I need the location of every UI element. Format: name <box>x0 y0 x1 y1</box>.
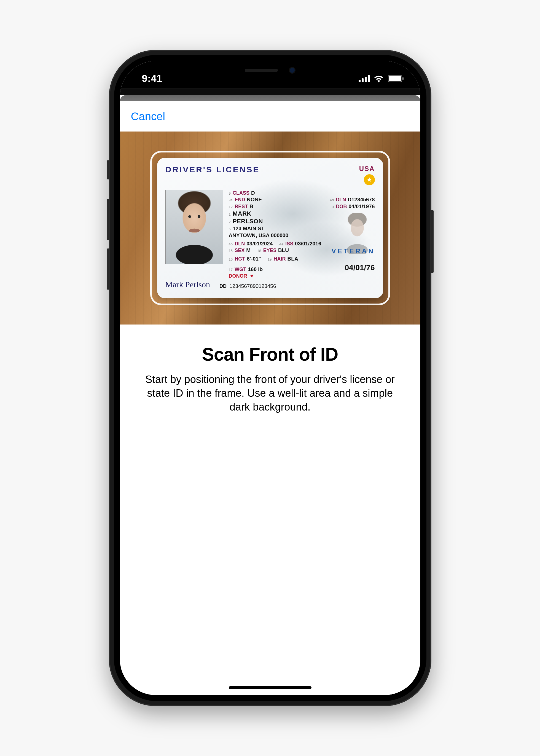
svg-rect-6 <box>402 77 404 80</box>
phone-bezel: 9:41 <box>114 55 426 701</box>
svg-rect-5 <box>389 76 401 81</box>
power-button[interactable] <box>431 210 434 273</box>
id-veteran-badge: VETERAN <box>332 247 375 255</box>
id-dd-number: 1234567890123456 <box>229 283 276 289</box>
speaker-grille <box>245 69 278 72</box>
home-indicator[interactable] <box>229 686 312 689</box>
instructions-body: Start by positioning the front of your d… <box>142 373 398 414</box>
cellular-icon <box>359 75 370 82</box>
instructions: Scan Front of ID Start by positioning th… <box>120 325 420 695</box>
front-camera <box>289 67 296 74</box>
svg-rect-1 <box>362 78 363 82</box>
id-photo <box>165 190 223 264</box>
notch <box>211 61 330 80</box>
screen: 9:41 <box>120 61 420 695</box>
id-dob-large: 04/01/76 <box>345 263 375 273</box>
silence-switch[interactable] <box>107 160 109 180</box>
phone-frame: 9:41 <box>109 50 431 706</box>
battery-icon <box>388 75 404 82</box>
svg-rect-3 <box>368 75 370 82</box>
status-time: 9:41 <box>142 73 162 84</box>
id-fields: 9 CLASSD 9a ENDNONE 4d DLND12345678 12 R… <box>229 190 375 279</box>
wifi-icon <box>373 75 384 82</box>
real-id-star-icon: ★ <box>364 174 375 185</box>
id-title: DRIVER'S LICENSE <box>165 165 260 174</box>
svg-rect-0 <box>359 80 360 82</box>
camera-viewport[interactable]: DRIVER'S LICENSE USA ★ 9 <box>120 131 420 325</box>
sheet-backdrop <box>120 88 420 95</box>
scan-frame: DRIVER'S LICENSE USA ★ 9 <box>150 151 390 305</box>
id-signature: Mark Perlson <box>165 280 210 289</box>
cancel-button[interactable]: Cancel <box>131 110 165 123</box>
volume-up-button[interactable] <box>107 199 109 240</box>
nav-bar: Cancel <box>120 101 420 131</box>
instructions-title: Scan Front of ID <box>142 344 398 365</box>
volume-down-button[interactable] <box>107 248 109 290</box>
id-country: USA <box>359 165 375 173</box>
svg-rect-2 <box>365 76 367 82</box>
id-card: DRIVER'S LICENSE USA ★ 9 <box>157 158 383 298</box>
